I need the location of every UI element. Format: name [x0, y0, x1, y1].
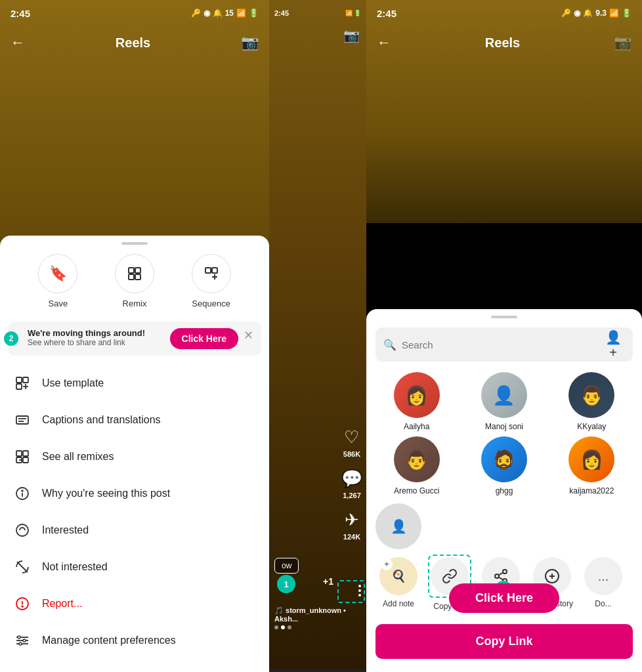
close-icon-notif[interactable]: ✕: [238, 328, 253, 343]
camera-icon-left[interactable]: 📷: [241, 34, 259, 51]
reels-header-left: ← Reels 📷: [0, 26, 269, 59]
contact-name-aailyha: Aailyha: [404, 422, 429, 431]
contact-ghgg[interactable]: 🧔 ghgg: [463, 436, 545, 495]
menu-captions[interactable]: Captions and translations: [0, 402, 269, 438]
more-icon-circle: ...: [584, 557, 622, 595]
contact-name-kkyalay: KKyalay: [577, 422, 606, 431]
contact-kkyalay[interactable]: 👨 KKyalay: [551, 372, 633, 431]
menu-manage-content[interactable]: Manage content preferences: [0, 622, 269, 659]
not-interested-icon: [13, 558, 32, 576]
see-remixes-label: See all remixes: [42, 451, 114, 463]
sequence-label: Sequence: [192, 299, 230, 308]
add-friend-button[interactable]: 👤+: [601, 333, 625, 356]
menu-see-remixes[interactable]: See all remixes: [0, 438, 269, 475]
avatar-manoj: 👤: [481, 372, 527, 418]
why-seeing-label: Why you're seeing this post: [42, 488, 170, 499]
svg-rect-17: [23, 451, 28, 456]
svg-point-34: [503, 570, 507, 574]
search-input[interactable]: [402, 339, 596, 350]
report-icon: [13, 595, 32, 613]
save-label: Save: [49, 299, 68, 308]
notification-banner: 2 We're moving things around! See where …: [8, 322, 261, 356]
reel-username: 🎵 storm_unknown • Aksh...: [274, 606, 361, 623]
contact-partial-1[interactable]: 👤: [375, 503, 421, 549]
menu-not-interested[interactable]: Not interested: [0, 549, 269, 585]
back-arrow-left[interactable]: ←: [11, 34, 25, 51]
more-action[interactable]: ... Do...: [580, 557, 626, 608]
see-remixes-icon: [13, 448, 32, 466]
svg-rect-16: [16, 451, 22, 456]
notif-badge: 2: [4, 331, 18, 346]
nav-bar-mid: [269, 669, 366, 672]
sheet-icon-save[interactable]: 🔖 Save: [38, 254, 77, 308]
contact-aremo[interactable]: 👨 Aremo Gucci: [375, 436, 458, 495]
camera-icon-right[interactable]: 📷: [614, 34, 631, 51]
contact-kaijama[interactable]: 👩 kaijama2022: [551, 436, 633, 495]
svg-point-32: [23, 639, 26, 642]
contact-manoj[interactable]: 👤 Manoj soni: [463, 372, 545, 431]
click-here-button-right[interactable]: Click Here: [449, 583, 559, 613]
contacts-grid: 👩 Aailyha 👤 Manoj soni 👨 KKyalay 👨: [366, 372, 642, 495]
mid-panel: 2:45 📶🔋 📷 ♡ 586K 💬 1,267 ✈ 124K 🎵 storm_…: [269, 0, 366, 672]
share-count: 124K: [343, 533, 360, 541]
sheet-icon-sequence[interactable]: Sequence: [192, 254, 231, 308]
contact-name-aremo: Aremo Gucci: [394, 486, 439, 495]
svg-rect-1: [135, 268, 140, 273]
reels-header-right: ← Reels 📷: [366, 26, 642, 59]
svg-line-38: [499, 573, 503, 576]
use-template-label: Use template: [42, 377, 104, 389]
right-panel: 2:45 🔑◉🔔9.3📶🔋 ← Reels 📷 🔍 👤+ 👩 Aailyha: [366, 0, 642, 672]
contact-aailyha[interactable]: 👩 Aailyha: [375, 372, 458, 431]
heart-icon: ♡: [344, 427, 359, 448]
menu-report[interactable]: Report...: [0, 585, 269, 622]
search-icon: 🔍: [383, 339, 396, 351]
add-note-action[interactable]: 🍳 + Add note: [375, 557, 421, 608]
interested-label: Interested: [42, 524, 89, 536]
follow-button[interactable]: ow: [274, 558, 299, 574]
svg-point-24: [16, 524, 28, 536]
avatar-kaijama: 👩: [568, 436, 614, 482]
left-panel: 2:45 🔑 ◉ 🔔 15 📶 🔋 ← Reels 📷 🔖 Save: [0, 0, 269, 672]
menu-use-template[interactable]: Use template: [0, 365, 269, 402]
sheet-icon-remix[interactable]: Remix: [115, 254, 154, 308]
svg-rect-13: [16, 416, 28, 424]
menu-why-seeing[interactable]: Why you're seeing this post: [0, 475, 269, 512]
share-action[interactable]: ✈ 124K: [343, 510, 360, 541]
not-interested-label: Not interested: [42, 561, 108, 573]
comment-count: 1,267: [343, 492, 361, 499]
copy-link-button[interactable]: Copy Link: [375, 624, 633, 659]
time-left: 2:45: [11, 8, 30, 19]
add-note-label: Add note: [383, 599, 414, 608]
three-dots-button[interactable]: [358, 585, 361, 597]
like-action[interactable]: ♡ 586K: [343, 427, 360, 458]
sheet-handle-left: [121, 242, 148, 245]
notif-cta-button[interactable]: Click Here: [170, 328, 238, 349]
reel-progress-dots: [274, 625, 361, 629]
avatar-ghgg: 🧔: [481, 436, 527, 482]
avatar-aailyha: 👩: [394, 372, 440, 418]
interested-icon: [13, 521, 32, 539]
svg-point-35: [495, 574, 499, 578]
remix-label: Remix: [123, 299, 147, 308]
dot-1: [274, 625, 278, 629]
svg-rect-4: [205, 268, 211, 273]
svg-rect-3: [135, 274, 140, 280]
svg-rect-9: [23, 377, 28, 383]
search-bar[interactable]: 🔍 👤+: [375, 327, 633, 362]
camera-icon-mid[interactable]: 📷: [343, 28, 360, 43]
status-bar-left: 2:45 🔑 ◉ 🔔 15 📶 🔋: [0, 0, 269, 26]
badge-1: 1: [277, 575, 295, 593]
notif-subtitle: See where to share and link: [28, 338, 163, 347]
svg-point-23: [22, 490, 23, 492]
status-icons-right: 🔑◉🔔9.3📶🔋: [561, 9, 631, 18]
svg-point-31: [18, 636, 20, 639]
dot-3: [288, 625, 291, 629]
more-label: Do...: [595, 599, 611, 608]
time-mid: 2:45: [274, 9, 289, 17]
status-icons-mid: 📶🔋: [345, 10, 361, 16]
captions-icon: [13, 411, 32, 429]
avatar-partial-1: 👤: [375, 503, 421, 549]
menu-interested[interactable]: Interested: [0, 512, 269, 549]
back-arrow-right[interactable]: ←: [377, 34, 391, 51]
comment-action[interactable]: 💬 1,267: [341, 469, 362, 499]
